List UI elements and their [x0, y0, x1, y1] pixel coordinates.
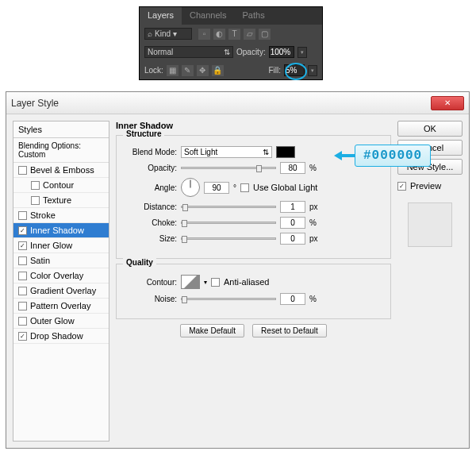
filter-adjust-icon[interactable]: ◐: [213, 29, 225, 40]
tab-paths[interactable]: Paths: [235, 7, 273, 25]
style-item-texture[interactable]: Texture: [13, 193, 109, 208]
filter-kind-select[interactable]: ⌕ Kind ▾: [144, 28, 192, 40]
choke-slider[interactable]: [181, 222, 276, 224]
anti-aliased-checkbox[interactable]: [211, 278, 220, 287]
distance-input[interactable]: 1: [280, 201, 305, 213]
fill-arrow-icon[interactable]: ▾: [308, 65, 317, 76]
style-label: Texture: [43, 195, 71, 205]
distance-label: Distance:: [125, 202, 177, 211]
global-light-checkbox[interactable]: [240, 183, 249, 192]
style-checkbox[interactable]: [31, 196, 40, 205]
close-button[interactable]: ✕: [431, 96, 464, 110]
cancel-button[interactable]: Cancel: [397, 140, 463, 156]
reset-default-button[interactable]: Reset to Default: [252, 324, 327, 337]
style-label: Inner Shadow: [30, 226, 84, 235]
style-item-outer-glow[interactable]: Outer Glow: [13, 314, 109, 329]
style-item-satin[interactable]: Satin: [13, 253, 109, 268]
layer-style-dialog: Layer Style ✕ Styles Blending Options: C…: [6, 91, 470, 449]
chevron-updown-icon: ⇅: [224, 48, 230, 56]
style-label: Pattern Overlay: [30, 301, 90, 310]
style-checkbox[interactable]: [18, 211, 27, 220]
new-style-button[interactable]: New Style...: [397, 159, 463, 175]
filter-shape-icon[interactable]: ▱: [244, 29, 255, 40]
style-item-drop-shadow[interactable]: ✓Drop Shadow: [13, 329, 109, 344]
style-item-pattern-overlay[interactable]: Pattern Overlay: [13, 299, 109, 314]
preview-checkbox[interactable]: ✓: [397, 182, 406, 191]
style-checkbox[interactable]: [18, 256, 27, 265]
style-item-inner-shadow[interactable]: ✓Inner Shadow: [13, 223, 109, 238]
color-swatch[interactable]: [276, 146, 295, 158]
style-checkbox[interactable]: [18, 317, 27, 326]
styles-header[interactable]: Styles: [13, 121, 109, 138]
style-item-gradient-overlay[interactable]: Gradient Overlay: [13, 283, 109, 299]
fill-label: Fill:: [268, 66, 281, 75]
style-checkbox[interactable]: [31, 181, 40, 190]
structure-group: Structure Blend Mode: Soft Light ⇅ Opaci…: [116, 135, 391, 259]
style-checkbox[interactable]: [18, 166, 27, 175]
angle-label: Angle:: [125, 183, 177, 192]
opacity-arrow-icon[interactable]: ▾: [298, 47, 307, 58]
blending-options[interactable]: Blending Options: Custom: [13, 138, 109, 163]
opacity-input[interactable]: 80: [280, 162, 305, 174]
style-label: Outer Glow: [30, 316, 75, 326]
preview-label: Preview: [410, 181, 441, 191]
blend-mode-dropdown[interactable]: Soft Light ⇅: [181, 146, 272, 158]
contour-label: Contour:: [125, 278, 177, 287]
style-label: Bevel & Emboss: [30, 165, 94, 175]
opacity-label: Opacity:: [125, 164, 177, 172]
make-default-button[interactable]: Make Default: [180, 324, 244, 337]
fill-input[interactable]: 5%: [284, 64, 305, 76]
size-input[interactable]: 0: [280, 233, 305, 245]
style-label: Satin: [30, 256, 50, 265]
right-buttons: OK Cancel New Style... ✓ Preview: [397, 121, 463, 442]
style-label: Drop Shadow: [30, 331, 83, 341]
opacity-label: Opacity:: [236, 48, 266, 56]
tab-layers[interactable]: Layers: [140, 7, 182, 25]
style-item-stroke[interactable]: Stroke: [13, 208, 109, 223]
quality-group: Quality Contour: ▾ Anti-aliased Noise: 0…: [116, 264, 391, 319]
lock-move-icon[interactable]: ✥: [197, 65, 209, 76]
style-checkbox[interactable]: [18, 287, 27, 295]
filter-smart-icon[interactable]: ▢: [259, 29, 271, 40]
style-checkbox[interactable]: ✓: [18, 241, 27, 250]
size-slider[interactable]: [181, 237, 276, 240]
unit-pct: %: [309, 218, 317, 227]
lock-brush-icon[interactable]: ✎: [182, 65, 194, 76]
style-item-color-overlay[interactable]: Color Overlay: [13, 268, 109, 283]
style-item-bevel-emboss[interactable]: Bevel & Emboss: [13, 163, 109, 178]
lock-transparent-icon[interactable]: ▦: [167, 65, 178, 76]
angle-input[interactable]: 90: [204, 182, 229, 194]
panel-tabs: Layers Channels Paths: [140, 7, 322, 25]
style-label: Stroke: [30, 210, 56, 220]
lock-label: Lock:: [144, 66, 163, 75]
style-checkbox[interactable]: [18, 272, 27, 280]
distance-slider[interactable]: [181, 206, 276, 208]
tab-channels[interactable]: Channels: [182, 7, 234, 25]
style-label: Inner Glow: [30, 241, 72, 250]
angle-dial[interactable]: [181, 178, 200, 197]
style-checkbox[interactable]: ✓: [18, 332, 27, 341]
style-checkbox[interactable]: ✓: [18, 226, 27, 235]
style-checkbox[interactable]: [18, 302, 27, 310]
filter-type-icon[interactable]: T: [228, 29, 240, 40]
noise-slider[interactable]: [181, 298, 276, 300]
blend-mode-select[interactable]: Normal ⇅: [144, 46, 233, 58]
filter-pixel-icon[interactable]: ▫: [198, 29, 210, 40]
blend-mode-value: Normal: [148, 48, 173, 56]
style-label: Color Overlay: [30, 271, 83, 280]
titlebar[interactable]: Layer Style ✕: [6, 92, 469, 114]
quality-title: Quality: [123, 258, 156, 267]
contour-picker[interactable]: [181, 275, 200, 289]
noise-input[interactable]: 0: [280, 293, 305, 305]
opacity-slider[interactable]: [181, 167, 276, 169]
noise-label: Noise:: [125, 295, 177, 303]
unit-pct: %: [309, 295, 317, 303]
style-item-inner-glow[interactable]: ✓Inner Glow: [13, 238, 109, 253]
lock-all-icon[interactable]: 🔒: [212, 65, 224, 76]
unit-px: px: [309, 234, 318, 243]
opacity-input[interactable]: 100%: [269, 46, 294, 58]
choke-input[interactable]: 0: [280, 217, 305, 229]
style-item-contour[interactable]: Contour: [13, 178, 109, 193]
chevron-down-icon[interactable]: ▾: [204, 279, 207, 286]
ok-button[interactable]: OK: [397, 121, 463, 137]
